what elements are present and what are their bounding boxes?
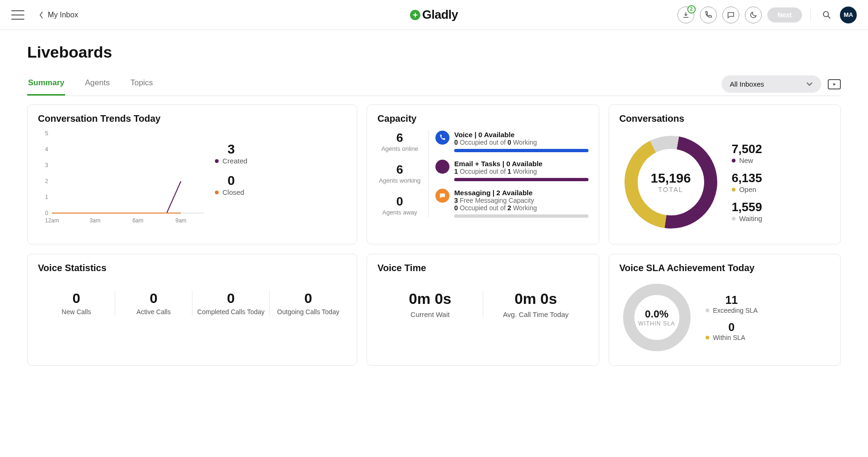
chevron-left-icon: [38, 11, 44, 19]
menu-button[interactable]: [11, 10, 24, 20]
capacity-msg-line1: 3 Free Messaging Capacity: [454, 197, 588, 204]
capacity-voice-bar: [454, 149, 588, 152]
conversations-legend-item: 1,559Waiting: [732, 200, 762, 222]
tab-topics[interactable]: Topics: [129, 73, 154, 96]
conversations-legend-item: 7,502New: [732, 142, 762, 164]
voice-time-col: 0m 0sAvg. Call Time Today: [483, 290, 588, 318]
agents-online-value: 6: [377, 131, 422, 145]
trends-created-label: Created: [222, 157, 247, 165]
conversations-legend-item: 6,135Open: [732, 171, 762, 193]
card-voice-statistics: Voice Statistics 0New Calls0Active Calls…: [27, 254, 357, 366]
agents-online-label: Agents online: [377, 145, 422, 152]
page-title: Liveboards: [27, 43, 841, 61]
svg-text:4: 4: [45, 146, 48, 153]
avatar[interactable]: MA: [840, 7, 857, 23]
moon-icon: [749, 11, 758, 19]
phone-button[interactable]: [700, 7, 717, 23]
brand-logo: + Gladly: [410, 7, 458, 22]
agents-working-label: Agents working: [377, 177, 422, 184]
svg-text:6am: 6am: [132, 217, 143, 224]
capacity-row-voice: Voice | 0 Available 0 Occupied out of 0 …: [435, 131, 588, 152]
card-voice-sla: Voice SLA Achievement Today 0.0% WITHIN …: [609, 254, 841, 366]
trends-closed-value: 0: [215, 173, 247, 188]
chat-icon: [727, 11, 735, 19]
conversations-total-value: 15,196: [651, 171, 691, 186]
inbox-filter-dropdown[interactable]: All Inboxes: [721, 75, 821, 93]
card-title: Voice Statistics: [38, 263, 346, 273]
svg-text:3am: 3am: [89, 217, 100, 224]
voice-stat: 0New Calls: [38, 290, 115, 316]
capacity-voice-sub: 0 Occupied out of 0 Working: [454, 139, 588, 146]
card-conversations: Conversations 15,196 TOTAL 7,502New6,135…: [609, 104, 841, 244]
sla-center-value: 0.0%: [645, 308, 669, 320]
back-to-inbox[interactable]: My Inbox: [38, 11, 78, 19]
back-label: My Inbox: [48, 11, 78, 19]
capacity-msg-title: Messaging | 2 Available: [454, 189, 588, 197]
top-bar: My Inbox + Gladly 2 Next MA: [0, 0, 868, 30]
inbox-icon: [435, 160, 449, 174]
dot-icon: [215, 159, 219, 163]
tabs: Summary Agents Topics: [27, 73, 154, 96]
sla-legend-item: 11Exceeding SLA: [706, 294, 758, 314]
card-title: Voice Time: [377, 263, 588, 273]
message-icon: [435, 189, 449, 203]
tab-row: Summary Agents Topics All Inboxes: [27, 73, 841, 96]
trends-created-value: 3: [215, 142, 247, 157]
svg-text:1: 1: [45, 194, 48, 200]
voice-stat: 0Outgoing Calls Today: [269, 290, 346, 316]
download-badge: 2: [687, 5, 696, 14]
capacity-row-email: Email + Tasks | 0 Available 1 Occupied o…: [435, 160, 588, 181]
capacity-row-messaging: Messaging | 2 Available 3 Free Messaging…: [435, 189, 588, 218]
sla-center-label: WITHIN SLA: [638, 320, 675, 327]
capacity-email-sub: 1 Occupied out of 1 Working: [454, 168, 588, 175]
voice-stat: 0Active Calls: [115, 290, 192, 316]
svg-text:0: 0: [45, 210, 48, 216]
dot-icon: [215, 191, 219, 194]
theme-button[interactable]: [745, 7, 762, 23]
svg-text:5: 5: [45, 131, 48, 137]
svg-text:3: 3: [45, 162, 48, 169]
logo-text: Gladly: [422, 7, 458, 22]
presentation-mode-button[interactable]: [828, 79, 841, 89]
plus-icon: +: [410, 10, 420, 20]
card-title: Conversation Trends Today: [38, 113, 346, 124]
chevron-down-icon: [806, 82, 813, 87]
card-title: Capacity: [377, 113, 588, 124]
agents-working-value: 6: [377, 162, 422, 177]
agents-away-label: Agents away: [377, 209, 422, 216]
chat-button[interactable]: [722, 7, 739, 23]
top-actions: 2 Next MA: [677, 7, 857, 23]
voice-time-col: 0m 0sCurrent Wait: [377, 290, 483, 318]
trends-closed-label: Closed: [222, 188, 244, 196]
divider: [810, 8, 811, 22]
capacity-voice-title: Voice | 0 Available: [454, 131, 588, 139]
tab-agents[interactable]: Agents: [84, 73, 110, 96]
phone-icon: [704, 11, 713, 19]
conversations-total-label: TOTAL: [658, 186, 684, 193]
svg-text:12am: 12am: [45, 217, 59, 224]
voice-stat: 0Completed Calls Today: [192, 290, 269, 316]
card-title: Voice SLA Achievement Today: [619, 263, 830, 273]
search-button[interactable]: [819, 7, 834, 22]
agents-away-value: 0: [377, 194, 422, 209]
tab-summary[interactable]: Summary: [27, 73, 65, 96]
svg-text:2: 2: [45, 178, 48, 184]
svg-text:9am: 9am: [176, 217, 186, 224]
capacity-email-title: Email + Tasks | 0 Available: [454, 160, 588, 168]
svg-point-0: [824, 11, 829, 16]
capacity-email-bar: [454, 178, 588, 181]
card-conversation-trends: Conversation Trends Today 54321012am3am6…: [27, 104, 357, 244]
card-capacity: Capacity 6Agents online 6Agents working …: [367, 104, 599, 244]
phone-icon: [435, 131, 449, 145]
search-icon: [822, 10, 832, 20]
trends-line-chart: 54321012am3am6am9am: [38, 131, 206, 224]
card-title: Conversations: [619, 113, 830, 124]
inbox-filter-value: All Inboxes: [730, 80, 764, 88]
next-button[interactable]: Next: [767, 7, 802, 22]
download-button[interactable]: 2: [677, 7, 694, 23]
card-voice-time: Voice Time 0m 0sCurrent Wait0m 0sAvg. Ca…: [367, 254, 599, 366]
capacity-msg-sub: 0 Occupied out of 2 Working: [454, 204, 588, 212]
capacity-msg-bar: [454, 214, 588, 218]
sla-legend-item: 0Within SLA: [706, 321, 758, 341]
